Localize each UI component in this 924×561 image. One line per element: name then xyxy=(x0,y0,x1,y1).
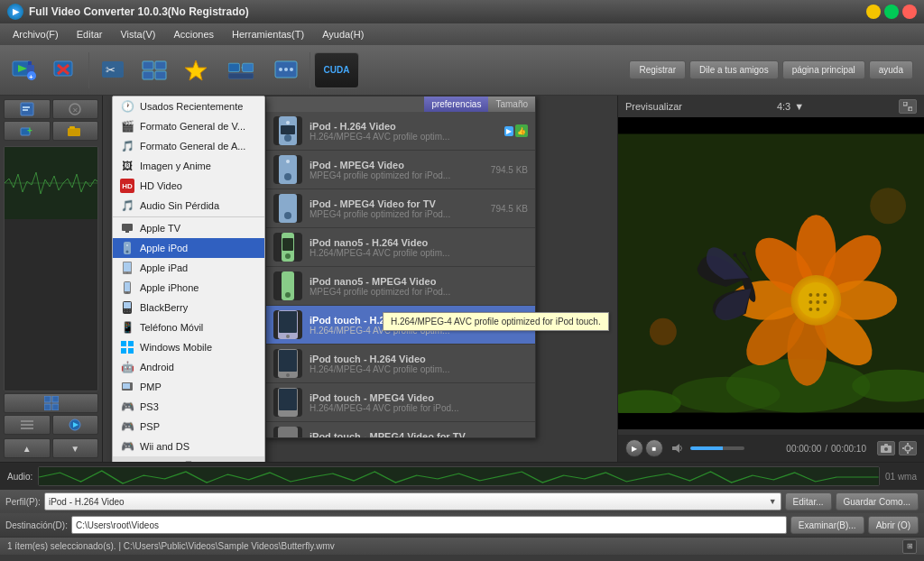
format-thumb-nano-h264 xyxy=(273,233,302,262)
cut-button[interactable]: ✂ xyxy=(93,49,133,92)
svg-rect-38 xyxy=(21,420,33,422)
dest-input[interactable]: C:\Users\root\Videos xyxy=(71,516,787,534)
dropdown-item-psp[interactable]: 🎮 PSP xyxy=(113,417,264,437)
help-button[interactable]: ayuda xyxy=(869,60,913,79)
snapshot-button[interactable] xyxy=(877,441,895,455)
dropdown-scroll-down[interactable]: ▼ xyxy=(113,456,264,462)
dropdown-item-general-format[interactable]: 🎬 Formato General de V... xyxy=(113,116,264,136)
svg-rect-14 xyxy=(155,71,166,79)
preview-ratio-control[interactable]: 4:3 ▼ xyxy=(777,101,804,112)
merge-button[interactable] xyxy=(134,49,174,92)
add-video-button[interactable]: + xyxy=(4,49,43,92)
dropdown-item-pmp[interactable]: PMP xyxy=(113,377,264,397)
stop-button[interactable]: ■ xyxy=(645,439,663,457)
tool-grid-btn[interactable] xyxy=(4,393,98,413)
format-tabs: preferencias Tamaño xyxy=(266,97,535,112)
svg-rect-58 xyxy=(129,309,131,310)
tool-btn-add[interactable]: + xyxy=(4,121,51,141)
more-button[interactable] xyxy=(266,49,306,92)
tab-size[interactable]: Tamaño xyxy=(488,97,535,112)
dropdown-item-image-anime[interactable]: 🖼 Imagen y Anime xyxy=(113,156,264,176)
tool-btn-folder[interactable] xyxy=(52,121,99,141)
svg-point-127 xyxy=(884,447,888,451)
controls-area: Audio: 01 wma Perfil(P): iPod - H.264 Vi… xyxy=(0,462,924,537)
svg-rect-16 xyxy=(228,63,239,71)
dropdown-item-audio-lossless[interactable]: 🎵 Audio Sin Pérdida xyxy=(113,196,264,216)
format-item-ipod-touch-mpeg4-tv[interactable]: iPod touch - MPEG4 Video for TV MPEG4 pr… xyxy=(266,422,535,438)
browse-button[interactable]: Examinar(B)... xyxy=(790,516,864,534)
scroll-up-btn[interactable]: ▲ xyxy=(4,438,51,458)
menu-ayuda[interactable]: Ayuda(H) xyxy=(313,27,373,41)
save-button[interactable]: Guardar Como... xyxy=(836,492,919,510)
menu-editar[interactable]: Editar xyxy=(68,27,112,41)
svg-point-76 xyxy=(286,160,290,163)
dropdown-item-apple-ipad[interactable]: Apple iPad xyxy=(113,258,264,278)
close-button[interactable] xyxy=(902,5,917,19)
dropdown-item-apple-ipod[interactable]: Apple iPod xyxy=(113,238,264,258)
dropdown-item-blackberry[interactable]: BlackBerry xyxy=(113,298,264,317)
svg-rect-57 xyxy=(126,309,128,310)
tool-list-btn[interactable] xyxy=(4,415,51,435)
menu-herramientas[interactable]: Herramientas(T) xyxy=(223,27,313,41)
format-thumb-ipod-mpeg4 xyxy=(273,155,302,184)
menu-vista[interactable]: Vista(V) xyxy=(111,27,164,41)
format-item-ipod-touch-h264-2[interactable]: iPod touch - H.264 Video H.264/MPEG-4 AV… xyxy=(266,345,535,383)
dropdown-item-windows-mobile[interactable]: Windows Mobile xyxy=(113,337,264,357)
tool-play-btn[interactable] xyxy=(52,415,99,435)
dropdown-item-android[interactable]: 🤖 Android xyxy=(113,357,264,377)
dropdown-item-hd-video[interactable]: HD HD Video xyxy=(113,176,264,196)
preview-panel: Previsualizar 4:3 ▼ xyxy=(617,96,924,462)
svg-rect-62 xyxy=(121,341,126,346)
svg-rect-93 xyxy=(903,102,907,106)
menu-acciones[interactable]: Acciones xyxy=(164,27,223,41)
format-item-ipod-nano-mpeg4[interactable]: iPod nano5 - MPEG4 Video MPEG4 profile o… xyxy=(266,267,535,306)
register-button[interactable]: Registrar xyxy=(629,60,686,79)
open-button[interactable]: Abrir (O) xyxy=(868,516,919,534)
svg-point-83 xyxy=(285,292,291,298)
cuda-button[interactable]: CUDA xyxy=(314,52,359,88)
playback-controls: ▶ ■ 00:00:00 / 00:00:10 xyxy=(618,435,924,462)
svg-rect-12 xyxy=(155,61,166,69)
svg-point-107 xyxy=(798,282,834,318)
minimize-button[interactable] xyxy=(866,5,881,19)
settings-button[interactable] xyxy=(899,441,917,455)
edit-button[interactable]: Editar... xyxy=(785,492,832,510)
menu-archivo[interactable]: Archivo(F) xyxy=(4,27,68,41)
format-item-ipod-touch-mpeg4[interactable]: iPod touch - MPEG4 Video H.264/MPEG-4 AV… xyxy=(266,383,535,422)
time-current: 00:00:00 xyxy=(786,444,821,454)
maximize-button[interactable] xyxy=(884,5,899,19)
dropdown-item-mobile[interactable]: 📱 Teléfono Móvil xyxy=(113,317,264,337)
dropdown-item-ps3[interactable]: 🎮 PS3 xyxy=(113,397,264,417)
left-panel: ✕ + xyxy=(0,96,103,462)
svg-rect-91 xyxy=(279,389,297,410)
dropdown-item-apple-tv[interactable]: Apple TV xyxy=(113,218,264,238)
remove-button[interactable] xyxy=(45,49,85,92)
tab-preferences[interactable]: preferencias xyxy=(424,97,488,112)
preview-expand-button[interactable] xyxy=(899,99,917,114)
volume-slider[interactable] xyxy=(690,446,744,450)
svg-rect-85 xyxy=(279,311,297,333)
format-item-ipod-mpeg4-tv[interactable]: iPod - MPEG4 Video for TV MPEG4 profile … xyxy=(266,189,535,228)
favorite-button[interactable] xyxy=(176,49,216,92)
format-item-ipod-h264[interactable]: iPod - H.264 Video H.264/MPEG-4 AVC prof… xyxy=(266,112,535,151)
home-button[interactable]: página principal xyxy=(782,60,865,79)
format-item-ipod-mpeg4[interactable]: iPod - MPEG4 Video MPEG4 profile optimiz… xyxy=(266,151,535,189)
profile-select[interactable]: iPod - H.264 Video ▼ xyxy=(44,492,781,510)
play-button[interactable]: ▶ xyxy=(625,439,643,457)
svg-point-111 xyxy=(808,300,812,304)
tool-btn-1[interactable] xyxy=(4,99,51,119)
dropdown-item-recently-used[interactable]: 🕐 Usados Recientemente xyxy=(113,97,264,116)
format-item-ipod-nano-h264[interactable]: iPod nano5 - H.264 Video H.264/MPEG-4 AV… xyxy=(266,228,535,267)
dropdown-item-wii-ds[interactable]: 🎮 Wii and DS xyxy=(113,437,264,456)
share-button[interactable]: Dile a tus amigos xyxy=(689,60,779,79)
format-info-nano-h264: iPod nano5 - H.264 Video H.264/MPEG-4 AV… xyxy=(310,237,528,258)
dropdown-item-apple-iphone[interactable]: Apple iPhone xyxy=(113,278,264,298)
dropdown-item-general-audio[interactable]: 🎵 Formato General de A... xyxy=(113,136,264,156)
scroll-down-btn[interactable]: ▼ xyxy=(52,438,99,458)
svg-rect-131 xyxy=(907,452,909,454)
progress-area xyxy=(618,429,924,435)
svg-point-115 xyxy=(816,308,819,311)
status-icon: ⊞ xyxy=(902,539,917,554)
convert-button[interactable] xyxy=(217,49,264,92)
tool-btn-2[interactable]: ✕ xyxy=(52,99,99,119)
